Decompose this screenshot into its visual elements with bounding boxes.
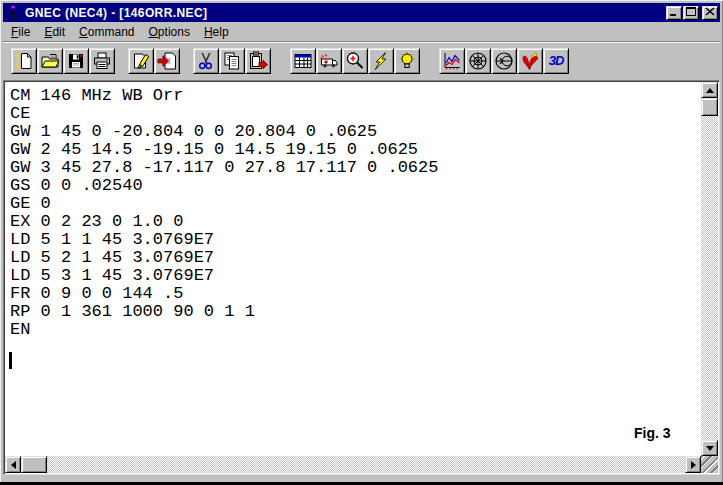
light-bulb-icon xyxy=(397,51,417,71)
toolbar-group-5: 3D xyxy=(439,48,569,74)
line-plot-button[interactable] xyxy=(439,48,465,74)
pattern-3d-button[interactable] xyxy=(517,48,543,74)
paste-button[interactable] xyxy=(245,48,271,74)
resize-grip[interactable] xyxy=(701,456,718,473)
toolbar-group-3 xyxy=(193,48,271,74)
polar-plot-button[interactable] xyxy=(465,48,491,74)
close-icon xyxy=(704,5,716,20)
arrow-down-icon xyxy=(706,446,714,451)
line-chart-icon xyxy=(442,51,462,71)
menu-options[interactable]: Options xyxy=(142,24,197,40)
edit-pencil-icon xyxy=(131,51,151,71)
printer-icon xyxy=(92,51,112,71)
application-window: GNEC (NEC4) - [146ORR.NEC] FileEditComma… xyxy=(0,0,723,485)
arrow-left-icon xyxy=(11,461,16,469)
horizontal-scrollbar[interactable] xyxy=(5,456,701,473)
table-view-button[interactable] xyxy=(290,48,316,74)
menu-file[interactable]: File xyxy=(4,24,37,40)
geometry-check-button[interactable] xyxy=(316,48,342,74)
minimize-icon xyxy=(668,5,680,20)
scroll-down-button[interactable] xyxy=(701,440,718,456)
minimize-button[interactable] xyxy=(666,6,682,20)
toolbar-group-4 xyxy=(290,48,420,74)
new-file-button[interactable] xyxy=(11,48,37,74)
window-controls xyxy=(666,6,718,20)
menu-command[interactable]: Command xyxy=(72,24,141,40)
vertical-scroll-thumb[interactable] xyxy=(701,98,718,116)
menu-edit[interactable]: Edit xyxy=(37,24,72,40)
smith-chart-button[interactable] xyxy=(491,48,517,74)
open-file-button[interactable] xyxy=(37,48,63,74)
run-button[interactable] xyxy=(368,48,394,74)
floppy-disk-icon xyxy=(66,51,86,71)
import-arrow-icon xyxy=(157,51,177,71)
arrow-up-icon xyxy=(706,88,714,93)
edit-deck-button[interactable] xyxy=(128,48,154,74)
menu-help[interactable]: Help xyxy=(197,24,236,40)
toolbar-group-1 xyxy=(11,48,115,74)
save-file-button[interactable] xyxy=(63,48,89,74)
maximize-button[interactable] xyxy=(683,6,699,20)
scissors-icon xyxy=(196,51,216,71)
text-cursor xyxy=(9,352,12,369)
open-folder-icon xyxy=(40,51,60,71)
cut-button[interactable] xyxy=(193,48,219,74)
scroll-up-button[interactable] xyxy=(701,82,718,98)
zoom-button[interactable] xyxy=(342,48,368,74)
toolbar-group-2 xyxy=(128,48,180,74)
scroll-right-button[interactable] xyxy=(685,456,701,473)
arrow-right-icon xyxy=(691,461,696,469)
clipboard-paste-icon xyxy=(248,51,268,71)
3d-text-icon: 3D xyxy=(549,53,564,68)
editor-client-area: CM 146 MHz WB Orr CE GW 1 45 0 -20.804 0… xyxy=(3,80,720,475)
new-file-icon xyxy=(14,51,34,71)
hints-button[interactable] xyxy=(394,48,420,74)
toolbar: 3D xyxy=(3,41,720,79)
ambulance-icon xyxy=(319,51,339,71)
text-editor[interactable]: CM 146 MHz WB Orr CE GW 1 45 0 -20.804 0… xyxy=(6,83,700,455)
title-bar[interactable]: GNEC (NEC4) - [146ORR.NEC] xyxy=(3,3,720,22)
window-title: GNEC (NEC4) - [146ORR.NEC] xyxy=(25,6,662,20)
close-button[interactable] xyxy=(702,6,718,20)
pattern-lobes-icon xyxy=(520,51,540,71)
menu-bar: FileEditCommandOptionsHelp xyxy=(3,23,720,41)
figure-label: Fig. 3 xyxy=(634,425,671,441)
maximize-icon xyxy=(685,5,697,20)
smith-chart-icon xyxy=(494,51,514,71)
magnifier-plus-icon xyxy=(345,51,365,71)
polar-grid-icon xyxy=(468,51,488,71)
editor-text: CM 146 MHz WB Orr CE GW 1 45 0 -20.804 0… xyxy=(6,83,700,339)
horizontal-scroll-thumb[interactable] xyxy=(21,456,47,473)
vertical-scrollbar[interactable] xyxy=(701,82,718,456)
view-3d-button[interactable]: 3D xyxy=(543,48,569,74)
lightning-bolt-icon xyxy=(371,51,391,71)
print-button[interactable] xyxy=(89,48,115,74)
copy-pages-icon xyxy=(222,51,242,71)
copy-button[interactable] xyxy=(219,48,245,74)
import-file-button[interactable] xyxy=(154,48,180,74)
table-grid-icon xyxy=(293,51,313,71)
antenna-tower-icon xyxy=(5,5,21,21)
scroll-left-button[interactable] xyxy=(5,456,21,473)
